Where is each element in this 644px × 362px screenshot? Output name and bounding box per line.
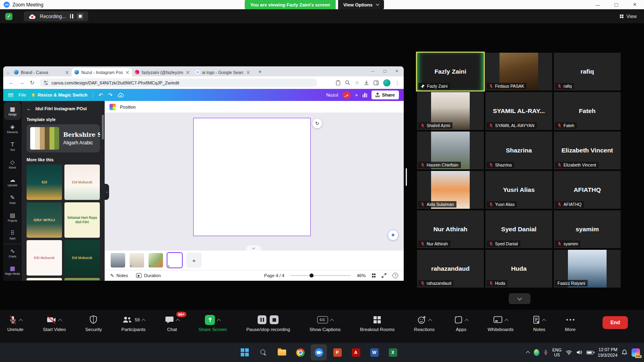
view-options-button[interactable]: View Options [338, 0, 384, 9]
sidebar-item[interactable]: ▩ Magic Media [3, 261, 22, 279]
layout-divider-handle[interactable] [406, 168, 407, 186]
template-style-card[interactable]: Berkshire Swa Aligarh Arabic [27, 124, 100, 152]
security-button[interactable]: Security [85, 315, 102, 332]
bookmark-star-icon[interactable]: ☆ [355, 80, 359, 86]
background-color-icon[interactable] [109, 104, 116, 110]
help-icon[interactable]: ? [392, 273, 398, 278]
back-arrow-icon[interactable]: ← [27, 106, 31, 111]
sidebar-item[interactable]: ∿ Charts [3, 244, 22, 261]
more-participants-button[interactable] [509, 293, 530, 304]
sidebar-item[interactable]: ◇ Brand [3, 155, 22, 173]
participant-tile[interactable]: Fazly Zaini Fazly Zaini [417, 53, 484, 90]
wifi-icon[interactable] [566, 350, 572, 355]
participant-tile[interactable]: Fateh Fateh [554, 92, 621, 130]
user-avatar[interactable]: فز [343, 91, 351, 99]
participant-tile[interactable]: Yusri Alias Yusri Alias [485, 171, 552, 209]
template-thumbnail[interactable]: ISRA' MI'RAJ [27, 202, 62, 238]
notes-button[interactable]: Notes [533, 315, 545, 332]
browser-maximize-button[interactable]: ▢ [379, 69, 391, 73]
zoom-taskbar-button[interactable] [311, 344, 327, 360]
participant-tile[interactable]: Syed Danial Syed Danial [485, 210, 552, 248]
unmute-button[interactable]: Unmute [7, 315, 23, 332]
participant-tile[interactable]: Aida Sulaiman Aida Sulaiman [417, 171, 484, 209]
stop-recording-icon[interactable] [270, 315, 279, 324]
breakout-rooms-button[interactable]: Breakout Rooms [360, 315, 395, 332]
chevron-up-icon[interactable] [58, 319, 62, 323]
more-button[interactable]: More [565, 315, 576, 332]
hidden-icons-chevron[interactable] [526, 351, 530, 355]
grid-view-icon[interactable] [372, 274, 376, 278]
address-bar[interactable]: canva.com/design/DAF_64NiTzk/2iut9WC7-Ph… [39, 78, 317, 87]
start-button[interactable] [237, 344, 253, 360]
magic-assist-button[interactable]: ✦ [388, 230, 398, 241]
show-captions-button[interactable]: CC Show Captions [310, 315, 341, 332]
browser-profile-avatar[interactable] [383, 79, 390, 86]
template-thumbnail[interactable]: Eid Mubarak [64, 165, 100, 200]
chevron-up-icon[interactable] [505, 319, 509, 323]
add-page-button[interactable]: + [186, 253, 202, 268]
page-thumbnail[interactable]: 1 [111, 253, 125, 267]
participant-tile[interactable]: Shahril Azmi Shahril Azmi [417, 92, 484, 130]
pause-stop-recording-button[interactable]: Pause/stop recording [246, 315, 290, 332]
participant-tile[interactable]: syamim syamim [554, 210, 621, 248]
canva-share-button[interactable]: Share [372, 90, 399, 99]
rotate-page-button[interactable]: ↻ [312, 119, 322, 128]
chat-button[interactable]: 99+ Chat [165, 315, 179, 332]
page-thumbnail[interactable]: 4 [167, 253, 182, 267]
participant-tile[interactable]: Hauren Chieftain Hauren Chieftain [417, 132, 484, 169]
chrome-taskbar-button[interactable] [292, 344, 308, 360]
browser-tab[interactable]: fazlyzaini (@fazleyzmn.co) • Ins [132, 68, 192, 76]
zoom-slider-knob[interactable] [310, 274, 314, 278]
clock-widget[interactable]: 12:07 PM 19/3/2024 [598, 347, 617, 358]
taskbar-search-button[interactable] [255, 344, 271, 360]
side-panel-icon[interactable] [374, 80, 379, 85]
tab-close-icon[interactable] [65, 70, 69, 74]
template-thumbnail[interactable]: Selamat Hari Raya Idul Fitri [64, 202, 100, 238]
position-button[interactable]: Position [120, 105, 136, 109]
sidebar-item[interactable]: T Text [3, 138, 22, 155]
participant-tile[interactable]: Firdaus PASAK Firdaus PASAK [485, 53, 552, 90]
maximize-button[interactable]: ▢ [607, 0, 625, 9]
weather-widget-icon[interactable] [534, 349, 539, 356]
word-taskbar-button[interactable]: W [366, 344, 382, 360]
resize-magic-switch-button[interactable]: ♕ Resize & Magic Switch [31, 93, 88, 98]
volume-icon[interactable] [576, 350, 582, 355]
template-thumbnail[interactable]: Happy Eid [27, 278, 62, 280]
design-canvas-page[interactable] [193, 118, 311, 236]
language-indicator[interactable]: ENG US [552, 348, 561, 357]
chevron-up-icon[interactable] [542, 319, 546, 323]
template-thumbnail[interactable] [64, 278, 100, 280]
end-meeting-button[interactable]: End [603, 316, 628, 329]
search-icon[interactable] [345, 80, 350, 85]
participant-tile[interactable]: Faaizz Raiyani Faaizz Raiyani [554, 250, 621, 288]
sidebar-item[interactable]: ◈ Elements [3, 120, 22, 138]
tab-close-icon[interactable] [186, 70, 190, 74]
acrobat-taskbar-button[interactable]: A [348, 344, 364, 360]
copilot-icon[interactable]: PRE [632, 348, 640, 357]
clipboard-icon[interactable] [336, 80, 341, 86]
fullscreen-icon[interactable] [382, 273, 386, 278]
file-explorer-button[interactable] [274, 344, 290, 360]
doc-name[interactable]: Nuzul [326, 93, 338, 97]
stop-recording-button[interactable] [77, 13, 83, 19]
participant-tile[interactable]: Shazrina Shazrina [485, 132, 552, 169]
tab-close-icon[interactable] [246, 70, 250, 74]
view-layout-button[interactable]: View [620, 9, 637, 23]
download-icon[interactable] [364, 80, 369, 85]
page-thumbnail[interactable]: 3 [149, 253, 163, 267]
participant-tile[interactable]: rafiq rafiq [554, 53, 621, 90]
template-thumbnail[interactable]: Eid Mubarak [64, 240, 100, 276]
chevron-up-icon[interactable] [330, 319, 334, 323]
notes-button[interactable]: ✎ Notes [110, 273, 128, 278]
browser-tab[interactable]: G ai logo - Google Search [192, 68, 253, 76]
close-button[interactable]: ✕ [625, 0, 644, 9]
chevron-up-icon[interactable] [142, 319, 146, 323]
new-tab-button[interactable]: + [256, 68, 264, 76]
reload-button[interactable]: ↻ [28, 79, 36, 87]
pause-recording-icon[interactable] [258, 315, 266, 324]
undo-button[interactable]: ↶ [98, 92, 103, 98]
pages-collapse-handle[interactable] [246, 245, 261, 251]
panel-scrollbar[interactable] [102, 115, 104, 140]
browser-menu-icon[interactable]: ⋮ [395, 80, 400, 86]
chevron-up-icon[interactable] [465, 319, 469, 323]
